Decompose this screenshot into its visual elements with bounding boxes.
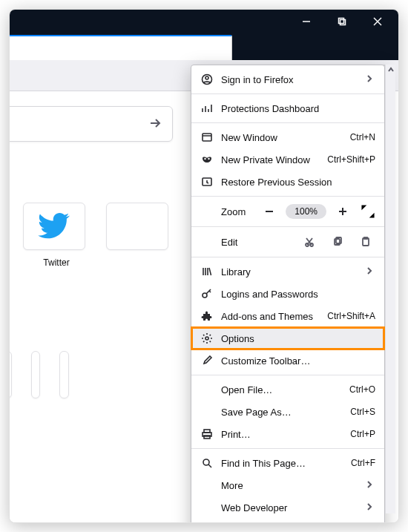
zoom-out-button[interactable] (259, 203, 280, 220)
separator (191, 375, 384, 375)
menu-options[interactable]: Options (191, 327, 384, 349)
menu-new-window[interactable]: New Window Ctrl+N (191, 126, 384, 148)
menu-label: Open File… (221, 384, 342, 395)
zoom-value[interactable]: 100% (286, 204, 326, 219)
menu-label: New Private Window (221, 154, 320, 165)
menu-label: Web Developer (221, 502, 358, 513)
menu-label: Customize Toolbar… (221, 355, 375, 367)
shortcut: Ctrl+O (349, 384, 375, 395)
separator (191, 257, 384, 257)
menu-label: Library (221, 266, 358, 278)
twitter-icon (38, 209, 70, 244)
tile-label: Twitter (23, 257, 90, 268)
zoom-in-button[interactable] (332, 203, 353, 220)
svg-line-47 (209, 291, 211, 292)
active-tab[interactable] (10, 35, 232, 62)
copy-button[interactable] (326, 233, 349, 251)
shortcut: Ctrl+Shift+P (327, 154, 375, 165)
menu-label: Protections Dashboard (221, 103, 375, 114)
menu-label: Add-ons and Themes (221, 311, 320, 322)
menu-label: Find in This Page… (221, 458, 343, 469)
chevron-right-icon (365, 480, 375, 490)
menu-label: Logins and Passwords (221, 289, 375, 300)
menu-label: Print… (221, 429, 343, 440)
maximize-button[interactable] (326, 10, 358, 33)
svg-point-52 (203, 459, 209, 465)
restore-icon (200, 175, 214, 188)
print-icon (200, 427, 214, 441)
svg-rect-1 (339, 19, 344, 24)
menu-label: New Window (221, 132, 343, 143)
menu-label: Save Page As… (221, 407, 343, 418)
menu-restore-session[interactable]: Restore Previous Session (191, 171, 384, 193)
menu-edit: Edit (191, 230, 384, 254)
menu-new-private-window[interactable]: New Private Window Ctrl+Shift+P (191, 148, 384, 171)
svg-rect-2 (340, 20, 346, 25)
gear-icon (200, 332, 214, 345)
app-menu: Sign in to Firefox Protections Dashboard… (191, 65, 385, 523)
menu-addons[interactable]: Add-ons and Themes Ctrl+Shift+A (191, 305, 384, 327)
edit-label: Edit (200, 237, 237, 248)
chevron-right-icon (365, 502, 375, 513)
titlebar (10, 10, 398, 33)
window-icon (200, 131, 214, 144)
scroll-up-icon[interactable] (386, 65, 395, 75)
menu-web-developer[interactable]: Web Developer (191, 496, 384, 519)
menu-more[interactable]: More (191, 474, 384, 496)
svg-line-53 (208, 464, 211, 467)
separator (191, 226, 384, 227)
menu-logins[interactable]: Logins and Passwords (191, 283, 384, 305)
paste-button[interactable] (355, 233, 377, 251)
separator (191, 196, 384, 197)
puzzle-icon (200, 309, 214, 323)
separator (191, 93, 384, 94)
cut-button[interactable] (298, 233, 320, 251)
arrow-right-icon (148, 116, 162, 132)
separator (191, 448, 384, 449)
menu-open-file[interactable]: Open File… Ctrl+O (191, 378, 384, 401)
shortcut: Ctrl+S (350, 407, 375, 417)
shortcut: Ctrl+Shift+A (327, 311, 375, 321)
svg-line-44 (209, 268, 211, 275)
menu-print[interactable]: Print… Ctrl+P (191, 423, 384, 445)
menu-label: Sign in to Firefox (221, 74, 358, 85)
close-button[interactable] (361, 10, 394, 33)
separator (191, 122, 384, 123)
minimize-button[interactable] (290, 10, 323, 33)
menu-label: Options (221, 333, 375, 344)
svg-point-25 (204, 158, 205, 160)
mask-icon (200, 153, 214, 166)
top-site-empty[interactable] (106, 203, 173, 250)
shortcut: Ctrl+F (351, 458, 375, 468)
svg-rect-51 (204, 436, 210, 439)
svg-point-18 (205, 76, 208, 79)
svg-point-26 (208, 158, 209, 160)
menu-label: Restore Previous Session (221, 177, 375, 188)
menu-find[interactable]: Find in This Page… Ctrl+F (191, 452, 384, 474)
menu-zoom: Zoom 100% (191, 200, 384, 223)
svg-rect-23 (203, 134, 211, 141)
key-icon (200, 287, 214, 301)
chevron-right-icon (365, 74, 375, 85)
library-icon (200, 265, 214, 278)
menu-customize[interactable]: Customize Toolbar… (191, 349, 384, 372)
top-site-empty[interactable] (31, 351, 41, 398)
menu-protections[interactable]: Protections Dashboard (191, 97, 384, 119)
menu-signin[interactable]: Sign in to Firefox (191, 68, 384, 91)
menu-library[interactable]: Library (191, 260, 384, 283)
browser-window: Twitter Sign in to Firefox Protections D… (9, 9, 399, 523)
chevron-right-icon (365, 266, 375, 277)
shortcut: Ctrl+P (350, 429, 375, 439)
menu-save-page[interactable]: Save Page As… Ctrl+S (191, 401, 384, 423)
top-site-empty[interactable] (9, 351, 12, 398)
zoom-label: Zoom (200, 206, 246, 217)
svg-point-48 (205, 337, 208, 340)
fullscreen-button[interactable] (359, 203, 377, 220)
top-site-empty[interactable] (59, 351, 69, 398)
shortcut: Ctrl+N (350, 132, 375, 142)
top-site-twitter[interactable]: Twitter (23, 203, 90, 268)
paintbrush-icon (200, 354, 214, 367)
search-input[interactable] (9, 106, 173, 142)
menu-help[interactable]: Help (191, 519, 384, 523)
scrollbar[interactable] (385, 65, 395, 513)
